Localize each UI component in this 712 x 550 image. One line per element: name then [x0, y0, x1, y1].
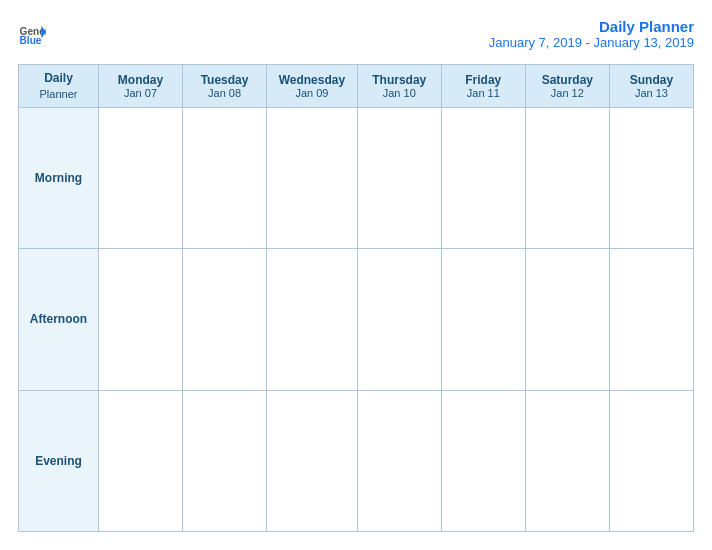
- col-header-tuesday: Tuesday Jan 08: [183, 65, 267, 108]
- cell-evening-col0[interactable]: [99, 390, 183, 531]
- planner-date-range: January 7, 2019 - January 13, 2019: [489, 35, 694, 50]
- cell-afternoon-col2[interactable]: [267, 249, 358, 390]
- cell-morning-col0[interactable]: [99, 107, 183, 248]
- cell-evening-col1[interactable]: [183, 390, 267, 531]
- cell-evening-col3[interactable]: [357, 390, 441, 531]
- header-row: Daily Planner Monday Jan 07 Tuesday Jan …: [19, 65, 694, 108]
- cell-evening-col4[interactable]: [441, 390, 525, 531]
- cell-morning-col2[interactable]: [267, 107, 358, 248]
- cell-evening-col6[interactable]: [609, 390, 693, 531]
- cell-afternoon-col0[interactable]: [99, 249, 183, 390]
- cell-morning-col4[interactable]: [441, 107, 525, 248]
- col-header-sunday: Sunday Jan 13: [609, 65, 693, 108]
- cell-evening-col5[interactable]: [525, 390, 609, 531]
- header: General Blue Daily Planner January 7, 20…: [18, 18, 694, 50]
- row-label-afternoon: Afternoon: [19, 249, 99, 390]
- planner-row-evening[interactable]: Evening: [19, 390, 694, 531]
- logo-icon: General Blue: [18, 18, 46, 46]
- col-header-saturday: Saturday Jan 12: [525, 65, 609, 108]
- col-header-daily: Daily Planner: [19, 65, 99, 108]
- col-header-thursday: Thursday Jan 10: [357, 65, 441, 108]
- svg-text:Blue: Blue: [20, 35, 42, 46]
- planner-table: Daily Planner Monday Jan 07 Tuesday Jan …: [18, 64, 694, 532]
- planner-title: Daily Planner: [489, 18, 694, 35]
- planner-row-morning[interactable]: Morning: [19, 107, 694, 248]
- cell-afternoon-col1[interactable]: [183, 249, 267, 390]
- logo: General Blue: [18, 18, 46, 46]
- col-header-wednesday: Wednesday Jan 09: [267, 65, 358, 108]
- col-header-friday: Friday Jan 11: [441, 65, 525, 108]
- cell-evening-col2[interactable]: [267, 390, 358, 531]
- cell-morning-col5[interactable]: [525, 107, 609, 248]
- cell-afternoon-col4[interactable]: [441, 249, 525, 390]
- cell-morning-col1[interactable]: [183, 107, 267, 248]
- row-label-morning: Morning: [19, 107, 99, 248]
- col-header-monday: Monday Jan 07: [99, 65, 183, 108]
- cell-morning-col6[interactable]: [609, 107, 693, 248]
- cell-afternoon-col5[interactable]: [525, 249, 609, 390]
- title-block: Daily Planner January 7, 2019 - January …: [489, 18, 694, 50]
- cell-morning-col3[interactable]: [357, 107, 441, 248]
- planner-row-afternoon[interactable]: Afternoon: [19, 249, 694, 390]
- cell-afternoon-col6[interactable]: [609, 249, 693, 390]
- cell-afternoon-col3[interactable]: [357, 249, 441, 390]
- row-label-evening: Evening: [19, 390, 99, 531]
